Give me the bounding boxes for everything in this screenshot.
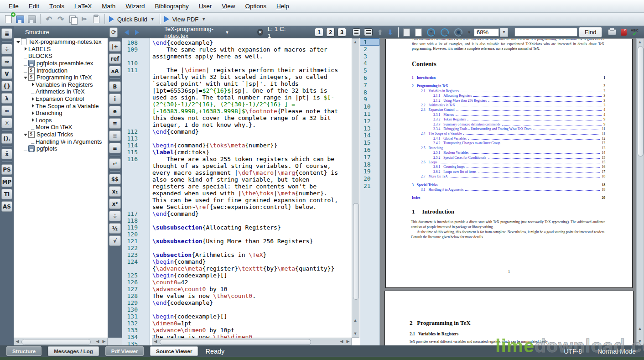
- structure-item[interactable]: TeX-programming-notes.tex: [14, 38, 108, 46]
- greek-symbols-icon[interactable]: λ: [1, 93, 12, 104]
- file-dropdown-icon[interactable]: ▼: [225, 30, 229, 35]
- structure-item[interactable]: The Scope of a Variable: [14, 102, 108, 110]
- toc-entry[interactable]: 3Special Tricks18: [412, 183, 605, 188]
- pdf-page-list-item[interactable]: 7: [360, 82, 379, 89]
- status-tab-structure[interactable]: Structure: [6, 346, 42, 356]
- structure-item[interactable]: –pgfplots.preamble.tex: [14, 60, 108, 67]
- copy-button[interactable]: [67, 14, 78, 25]
- sqrt-icon[interactable]: √: [109, 235, 121, 246]
- tree-open-arrow-icon[interactable]: [16, 40, 20, 44]
- ref-icon[interactable]: ref: [109, 53, 121, 64]
- toc-entry[interactable]: 3.1Handling # in Arguments18: [412, 188, 605, 192]
- toc-entry[interactable]: 2.1.2Using More than 256 Registers3: [412, 99, 605, 103]
- relations-symbols-icon[interactable]: ÷: [1, 44, 12, 54]
- menu-math[interactable]: Math: [97, 0, 120, 12]
- menu-wizard[interactable]: Wizard: [120, 0, 150, 12]
- editor-view-button-1[interactable]: 1: [315, 28, 323, 37]
- pdf-next-icon[interactable]: ⬇: [388, 28, 394, 37]
- pdf-page-list-item[interactable]: 5: [360, 67, 379, 74]
- structure-panel-icon[interactable]: ≣: [1, 28, 12, 39]
- align-center-icon[interactable]: ≡: [109, 130, 121, 141]
- pdf-page-list-item[interactable]: 1: [360, 38, 379, 46]
- inline-math-icon[interactable]: $$: [109, 174, 121, 184]
- pdf-page-list-item[interactable]: 20: [360, 175, 379, 183]
- braces-symbols-icon[interactable]: {}: [1, 81, 12, 91]
- pdf-page-list-item[interactable]: 8: [360, 89, 379, 96]
- superscript-icon[interactable]: x²: [109, 198, 121, 209]
- pdf-page-list-item[interactable]: 21: [360, 183, 379, 190]
- accents-symbols-icon[interactable]: x̄: [1, 149, 12, 159]
- menu-tools[interactable]: Tools: [44, 0, 69, 12]
- pdf-v-scrollbar[interactable]: ▲ ▲ ▼: [636, 38, 644, 345]
- run-view-pdf-icon[interactable]: [164, 16, 169, 22]
- tree-closed-arrow-icon[interactable]: [31, 104, 35, 108]
- pdf-page-list-item[interactable]: 11: [360, 110, 379, 118]
- quick-build-select[interactable]: Quick Build: [117, 16, 147, 23]
- pdf-page-list-item[interactable]: 19: [360, 168, 379, 175]
- structure-item[interactable]: –pgfplots: [14, 145, 108, 152]
- toc-entry[interactable]: 2.1Variables in Registers2: [412, 89, 605, 94]
- toc-entry[interactable]: 2.5.1Boolean Variables14: [412, 151, 605, 155]
- asymptote-panel-icon[interactable]: AS: [1, 201, 12, 212]
- toc-entry[interactable]: 2.6.1Counting loops16: [412, 165, 605, 169]
- menu-edit[interactable]: Edit: [24, 0, 44, 12]
- toc-entry[interactable]: 2.3.1Macros4: [412, 113, 605, 117]
- zoom-dropdown-icon[interactable]: ▼: [500, 28, 508, 37]
- toc-entry[interactable]: 2.6Loops15: [412, 160, 605, 165]
- paste-button[interactable]: [91, 14, 102, 25]
- toc-entry[interactable]: 1Introduction1: [412, 76, 605, 80]
- pstricks-panel-icon[interactable]: PS: [1, 164, 12, 175]
- view-pdf-select[interactable]: View PDF: [172, 16, 199, 23]
- toc-entry[interactable]: 2.3.4Debugging Tools – Understanding and…: [412, 127, 605, 131]
- source-editor[interactable]: 108\end{codeexample}109 The same rules w…: [122, 38, 360, 345]
- fit-dropdown-icon[interactable]: ▼: [467, 30, 471, 35]
- status-tab-pdf-viewer[interactable]: Pdf Viewer: [105, 346, 144, 356]
- structure-item[interactable]: Programming in \TeX: [14, 74, 108, 81]
- new-file-button[interactable]: +: [3, 14, 14, 25]
- pdf-page-list-item[interactable]: 2: [360, 46, 379, 53]
- menu-options[interactable]: Options: [240, 0, 272, 12]
- menu-bibliography[interactable]: Bibliography: [150, 0, 193, 12]
- fontsize-icon[interactable]: ᴀA: [109, 66, 121, 76]
- pdf-page-list-item[interactable]: 12: [360, 118, 379, 125]
- undo-button[interactable]: ↶: [43, 14, 54, 25]
- tree-closed-arrow-icon[interactable]: [31, 97, 35, 101]
- structure-h-scrollbar[interactable]: ◀ ◀▶: [14, 338, 108, 345]
- arrows-symbols-icon[interactable]: ⇒: [1, 56, 12, 67]
- menu-latex[interactable]: LaTeX: [69, 0, 97, 12]
- toc-entry[interactable]: Index20: [412, 196, 605, 200]
- toc-entry[interactable]: 2.4.2Transporting Changes to an Outer Gr…: [412, 141, 605, 146]
- find-button[interactable]: Find: [579, 27, 602, 37]
- misc-symbols-icon[interactable]: ✳: [1, 118, 12, 128]
- menu-file[interactable]: File: [4, 0, 24, 12]
- structure-item[interactable]: Expansion Control: [14, 95, 108, 103]
- pdf-page-list-item[interactable]: 16: [360, 146, 379, 154]
- pdf-page-list-item[interactable]: 4: [360, 60, 379, 67]
- menu-view[interactable]: View: [217, 0, 240, 12]
- spellcheck-icon[interactable]: ABC✔: [631, 29, 639, 36]
- tree-closed-arrow-icon[interactable]: [31, 111, 35, 115]
- toc-entry[interactable]: 2.3.2Token Registers9: [412, 117, 605, 122]
- metapost-panel-icon[interactable]: MP: [1, 177, 12, 187]
- pdf-search-input[interactable]: [514, 28, 577, 37]
- quick-build-dropdown-icon[interactable]: ▼: [151, 17, 155, 21]
- structure-item[interactable]: Variables in Registers: [14, 81, 108, 89]
- frac-icon[interactable]: ÷: [109, 211, 121, 221]
- pdf-toc-toggle-icon[interactable]: [364, 28, 373, 36]
- toc-entry[interactable]: 2.3Expansion Control4: [412, 108, 605, 112]
- structure-item[interactable]: Loops: [14, 117, 108, 124]
- menu-help[interactable]: Help: [271, 0, 294, 12]
- structure-item[interactable]: –BLOCKS: [14, 52, 108, 60]
- run-quick-build-icon[interactable]: [109, 16, 114, 22]
- close-document-icon[interactable]: ✕: [257, 29, 263, 36]
- tikz-panel-icon[interactable]: TI: [1, 189, 12, 199]
- tree-closed-arrow-icon[interactable]: [31, 83, 35, 86]
- structure-item[interactable]: –More On \TeX: [14, 124, 108, 131]
- pdf-page-list-item[interactable]: 17: [360, 154, 379, 161]
- pdf-page-list-item[interactable]: 6: [360, 74, 379, 82]
- redo-button[interactable]: ↷: [55, 14, 66, 25]
- infinity-symbols-icon[interactable]: ∞: [1, 105, 12, 116]
- view-pdf-dropdown-icon[interactable]: ▼: [202, 17, 206, 21]
- toc-entry[interactable]: 2Programming in TeX2: [412, 84, 605, 89]
- emphasis-icon[interactable]: e: [109, 106, 121, 116]
